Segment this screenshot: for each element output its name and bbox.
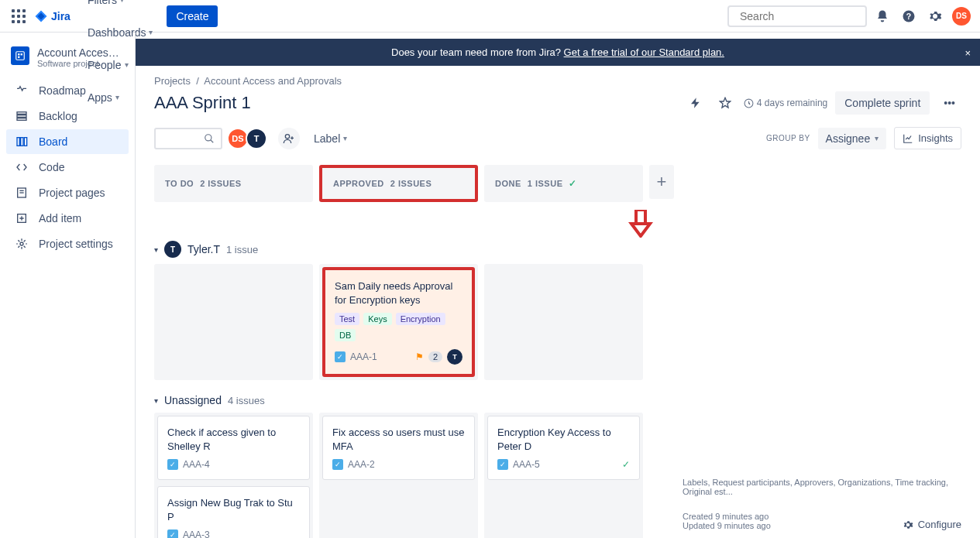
card-key: AAA-4 (183, 459, 210, 470)
sidebar-icon (15, 161, 28, 173)
banner-close-icon[interactable]: × (965, 46, 971, 58)
settings-icon[interactable] (924, 5, 946, 27)
project-name: Account Access and Ap... (37, 46, 124, 59)
sidebar-item-project-pages[interactable]: Project pages (6, 180, 129, 205)
svg-rect-10 (17, 118, 26, 121)
breadcrumb-leaf[interactable]: Account Access and Approvals (204, 75, 342, 87)
sidebar-icon (15, 110, 28, 122)
count-badge: 2 (428, 351, 442, 362)
sidebar-item-project-settings[interactable]: Project settings (6, 231, 129, 256)
card-key: AAA-2 (348, 459, 375, 470)
sidebar-item-board[interactable]: Board (6, 129, 129, 154)
breadcrumb-root[interactable]: Projects (154, 75, 191, 87)
card-aaa-3[interactable]: Assign New Bug Trak to Stu P✓AAA-3 (157, 486, 310, 538)
flag-icon: ⚑ (415, 351, 424, 362)
tag[interactable]: Encryption (396, 313, 445, 325)
assignee-avatar[interactable]: T (447, 349, 462, 365)
sidebar-icon (15, 238, 28, 250)
apps-switcher-icon[interactable] (9, 7, 28, 26)
groupby-label: GROUP BY (766, 134, 810, 142)
insights-button[interactable]: Insights (894, 127, 961, 149)
jira-logo[interactable]: Jira (34, 9, 70, 23)
chart-icon (903, 133, 913, 144)
sidebar-icon (15, 187, 28, 199)
svg-rect-6 (21, 53, 22, 55)
card-aaa-5[interactable]: Encryption Key Access to Peter D✓AAA-5✓ (487, 416, 640, 480)
column-header-todo[interactable]: TO DO 2 ISSUES (154, 165, 313, 202)
sidebar-item-code[interactable]: Code (6, 155, 129, 180)
swimlane-avatar: T (164, 241, 181, 258)
swimlane-unassigned[interactable]: ▾ Unassigned 4 issues (154, 388, 961, 413)
project-header[interactable]: Account Access and Ap... Software projec… (3, 42, 132, 77)
column-header-done[interactable]: DONE 1 ISSUE ✓ (484, 165, 643, 202)
card-aaa-2[interactable]: Fix access so users must use MFA✓AAA-2 (322, 416, 475, 480)
sidebar: Account Access and Ap... Software projec… (0, 33, 136, 538)
svg-rect-8 (17, 112, 26, 115)
page-title: AAA Sprint 1 (154, 93, 251, 113)
task-type-icon: ✓ (332, 459, 343, 470)
created-time: Created 9 minutes ago (683, 512, 771, 521)
label-filter[interactable]: Label▾ (308, 128, 353, 149)
add-people-button[interactable] (278, 128, 300, 149)
global-search[interactable] (727, 5, 867, 27)
profile-avatar[interactable]: DS (952, 7, 971, 26)
complete-sprint-button[interactable]: Complete sprint (835, 91, 930, 115)
nav-filters[interactable]: Filters▾ (80, 0, 161, 16)
svg-text:?: ? (906, 11, 911, 20)
more-actions-icon[interactable]: ••• (937, 92, 961, 114)
svg-line-21 (211, 139, 214, 142)
avatar-t[interactable]: T (246, 128, 267, 149)
cell-approved-tyler[interactable]: Sam Daily needs Approval for Encryption … (319, 264, 478, 380)
gear-icon (903, 519, 913, 530)
tag[interactable]: DB (335, 329, 356, 341)
column-headers: TO DO 2 ISSUES APPROVED 2 ISSUES DONE 1 … (154, 165, 961, 202)
updated-time: Updated 9 minutes ago (683, 521, 771, 530)
sidebar-icon (15, 135, 28, 148)
create-button[interactable]: Create (167, 5, 218, 27)
task-type-icon: ✓ (335, 351, 346, 362)
cell-done-tyler[interactable] (484, 264, 643, 380)
automation-icon[interactable] (685, 92, 707, 114)
breadcrumb: Projects / Account Access and Approvals (154, 75, 961, 87)
cell-approved-unassigned[interactable]: Fix access so users must use MFA✓AAA-2 (319, 413, 478, 538)
svg-rect-7 (18, 57, 19, 58)
svg-rect-11 (17, 138, 19, 146)
card-aaa-1[interactable]: Sam Daily needs Approval for Encryption … (322, 267, 475, 377)
sidebar-item-backlog[interactable]: Backlog (6, 104, 129, 129)
svg-rect-9 (17, 115, 26, 118)
sidebar-icon (15, 212, 28, 224)
tag[interactable]: Test (335, 313, 359, 325)
notifications-icon[interactable] (872, 5, 893, 27)
avatar-stack[interactable]: DS T (230, 128, 267, 149)
board-search[interactable] (154, 128, 222, 149)
cell-todo-tyler[interactable] (154, 264, 313, 380)
svg-rect-5 (18, 53, 19, 55)
tag[interactable]: Keys (363, 313, 391, 325)
svg-point-22 (285, 134, 289, 138)
card-aaa-4[interactable]: Check if access given to Shelley R✓AAA-4 (157, 416, 310, 480)
clock-icon (744, 98, 754, 108)
project-icon (11, 46, 29, 65)
promo-banner: Does your team need more from Jira? Get … (136, 39, 980, 66)
sidebar-item-roadmap[interactable]: Roadmap (6, 78, 129, 103)
svg-point-18 (20, 242, 23, 245)
column-header-approved[interactable]: APPROVED 2 ISSUES (319, 165, 478, 202)
add-column-button[interactable]: + (649, 165, 674, 199)
time-remaining: 4 days remaining (744, 98, 827, 108)
issue-side-footer: Labels, Request participants, Approvers,… (683, 478, 961, 538)
swimlane-tyler[interactable]: ▾ T Tyler.T 1 issue (154, 235, 961, 264)
main-content: Does your team need more from Jira? Get … (136, 33, 980, 538)
help-icon[interactable]: ? (898, 5, 920, 27)
search-input[interactable] (740, 10, 875, 22)
cell-todo-unassigned[interactable]: Check if access given to Shelley R✓AAA-4… (154, 413, 313, 538)
card-key: AAA-5 (513, 459, 540, 470)
star-icon[interactable] (714, 92, 736, 114)
banner-link[interactable]: Get a free trial of our Standard plan. (564, 46, 724, 58)
configure-button[interactable]: Configure (903, 519, 961, 530)
top-navigation: Jira Your work▾Projects▾Filters▾Dashboar… (0, 0, 980, 33)
task-type-icon: ✓ (497, 459, 508, 470)
sidebar-item-add-item[interactable]: Add item (6, 206, 129, 231)
groupby-dropdown[interactable]: Assignee▾ (818, 128, 887, 149)
cell-done-unassigned[interactable]: Encryption Key Access to Peter D✓AAA-5✓ (484, 413, 643, 538)
chevron-down-icon: ▾ (154, 396, 158, 405)
